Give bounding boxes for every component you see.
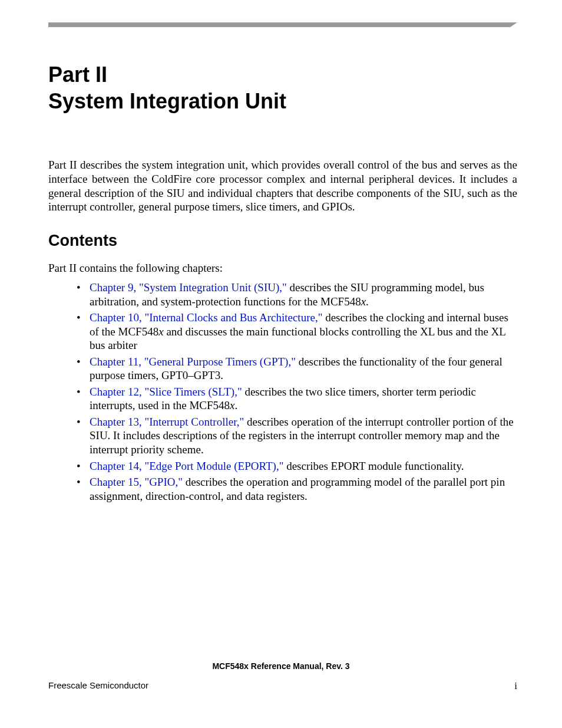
chapter-link[interactable]: Chapter 14, "Edge Port Module (EPORT),"	[90, 460, 283, 472]
intro-paragraph: Part II describes the system integration…	[48, 158, 517, 214]
contents-intro: Part II contains the following chapters:	[48, 262, 517, 275]
chapter-link[interactable]: Chapter 11, "General Purpose Timers (GPT…	[90, 355, 296, 368]
list-item: Chapter 11, "General Purpose Timers (GPT…	[77, 355, 517, 383]
list-item: Chapter 12, "Slice Timers (SLT)," descri…	[77, 385, 517, 413]
title-line-2: System Integration Unit	[48, 89, 286, 113]
title-line-1: Part II	[48, 62, 107, 87]
list-item: Chapter 10, "Internal Clocks and Bus Arc…	[77, 311, 517, 353]
chapter-link[interactable]: Chapter 15, "GPIO,"	[90, 476, 183, 488]
list-item-text: .	[366, 295, 369, 308]
list-item: Chapter 13, "Interrupt Controller," desc…	[77, 415, 517, 457]
chapter-link[interactable]: Chapter 9, "System Integration Unit (SIU…	[90, 281, 287, 294]
list-item: Chapter 14, "Edge Port Module (EPORT)," …	[77, 459, 517, 473]
list-item: Chapter 15, "GPIO," describes the operat…	[77, 475, 517, 503]
list-item-text: .	[234, 399, 237, 411]
header-rule	[48, 22, 517, 28]
page-title: Part II System Integration Unit	[48, 61, 517, 114]
footer-document-title: MCF548x Reference Manual, Rev. 3	[0, 661, 562, 671]
contents-heading: Contents	[48, 232, 517, 250]
italic-text: x	[361, 295, 366, 308]
footer-company: Freescale Semiconductor	[48, 680, 148, 690]
footer-page-number: i	[514, 680, 517, 692]
chapter-link[interactable]: Chapter 10, "Internal Clocks and Bus Arc…	[90, 311, 322, 324]
italic-text: x	[158, 325, 163, 338]
list-item-text: describes EPORT module functionality.	[283, 460, 464, 472]
chapter-link[interactable]: Chapter 13, "Interrupt Controller,"	[90, 416, 244, 428]
chapter-link[interactable]: Chapter 12, "Slice Timers (SLT),"	[90, 386, 242, 398]
chapter-list: Chapter 9, "System Integration Unit (SIU…	[48, 281, 517, 503]
list-item: Chapter 9, "System Integration Unit (SIU…	[77, 281, 517, 308]
